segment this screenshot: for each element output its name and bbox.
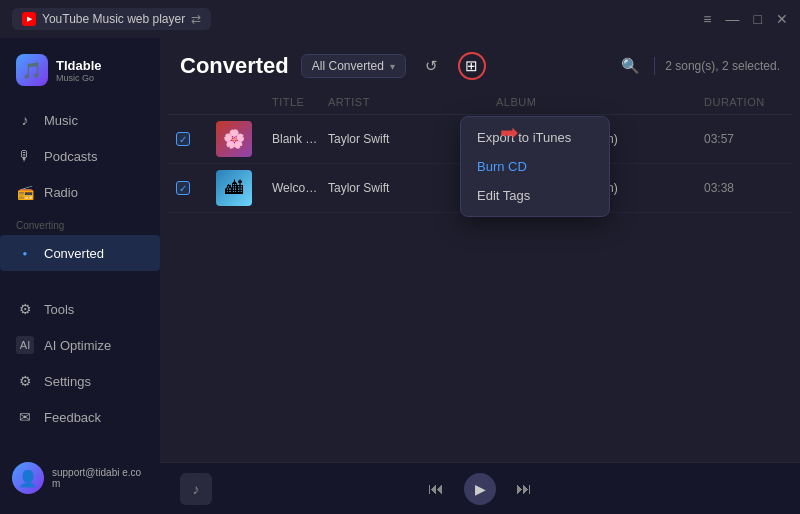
row-checkbox-2[interactable] <box>176 181 190 195</box>
export-itunes-label: Export to iTunes <box>477 130 571 145</box>
sidebar-nav: ♪ Music 🎙 Podcasts 📻 Radio Converting ● … <box>0 102 160 442</box>
menu-icon[interactable]: ≡ <box>703 11 711 27</box>
content-area: Converted All Converted ▾ ↺ ⊞ 🔍 2 song(s… <box>160 38 800 514</box>
converted-icon: ● <box>16 244 34 262</box>
sidebar-item-settings-label: Settings <box>44 374 91 389</box>
grid-options-button[interactable]: ⊞ <box>458 52 486 80</box>
burn-cd-label: Burn CD <box>477 159 527 174</box>
window-controls: ≡ — □ ✕ <box>703 11 788 27</box>
youtube-icon <box>22 12 36 26</box>
settings-icon: ⚙ <box>16 372 34 390</box>
user-account[interactable]: 👤 support@tidabi e.com <box>0 454 160 502</box>
burn-cd-item[interactable]: Burn CD <box>461 152 609 181</box>
track-duration-2: 03:38 <box>704 181 784 195</box>
col-album: ALBUM <box>496 96 696 108</box>
refresh-button[interactable]: ↺ <box>418 52 446 80</box>
minimize-icon[interactable]: — <box>726 11 740 27</box>
header-divider <box>654 57 655 75</box>
track-duration-1: 03:57 <box>704 132 784 146</box>
music-note-icon: ♪ <box>180 473 212 505</box>
app-logo: 🎵 TIdable Music Go <box>0 50 160 102</box>
col-artist: ARTIST <box>328 96 488 108</box>
arrow-indicator: ➡ <box>500 120 518 146</box>
sidebar: 🎵 TIdable Music Go ♪ Music 🎙 Podcasts 📻 … <box>0 38 160 514</box>
next-button[interactable]: ⏭ <box>516 480 532 498</box>
export-itunes-item[interactable]: Export to iTunes <box>461 123 609 152</box>
tab-label: YouTube Music web player <box>42 12 185 26</box>
play-button[interactable]: ▶ <box>464 473 496 505</box>
tab-settings-icon[interactable]: ⇄ <box>191 12 201 26</box>
chevron-down-icon: ▾ <box>390 61 395 72</box>
tools-icon: ⚙ <box>16 300 34 318</box>
sidebar-item-podcasts[interactable]: 🎙 Podcasts <box>0 138 160 174</box>
sidebar-item-tools[interactable]: ⚙ Tools <box>0 291 160 327</box>
song-count: 2 song(s), 2 selected. <box>665 59 780 73</box>
radio-icon: 📻 <box>16 183 34 201</box>
ai-icon: AI <box>16 336 34 354</box>
filter-label: All Converted <box>312 59 384 73</box>
sidebar-item-converted-label: Converted <box>44 246 104 261</box>
browser-tab[interactable]: YouTube Music web player ⇄ <box>12 8 211 30</box>
track-title-1: Blank Space (Taylor's Version) <box>272 132 320 146</box>
album-art-1: 🌸 <box>216 121 252 157</box>
page-title: Converted <box>180 53 289 79</box>
sidebar-item-ai-optimize[interactable]: AI AI Optimize <box>0 327 160 363</box>
sidebar-bottom: 👤 support@tidabi e.com <box>0 442 160 514</box>
feedback-icon: ✉ <box>16 408 34 426</box>
sidebar-item-music-label: Music <box>44 113 78 128</box>
podcasts-icon: 🎙 <box>16 147 34 165</box>
maximize-icon[interactable]: □ <box>754 11 762 27</box>
album-art-2: 🏙 <box>216 170 252 206</box>
title-bar-left: YouTube Music web player ⇄ <box>12 8 211 30</box>
close-icon[interactable]: ✕ <box>776 11 788 27</box>
col-duration: DURATION <box>704 96 784 108</box>
row-checkbox-1[interactable] <box>176 132 190 146</box>
player-controls: ⏮ ▶ ⏭ <box>428 473 532 505</box>
converting-section-label: Converting <box>0 210 160 235</box>
sidebar-item-podcasts-label: Podcasts <box>44 149 97 164</box>
player-bar: ♪ ⏮ ▶ ⏭ <box>160 462 800 514</box>
edit-tags-label: Edit Tags <box>477 188 530 203</box>
sidebar-item-tools-label: Tools <box>44 302 74 317</box>
user-avatar: 👤 <box>12 462 44 494</box>
content-header: Converted All Converted ▾ ↺ ⊞ 🔍 2 song(s… <box>160 38 800 90</box>
prev-button[interactable]: ⏮ <box>428 480 444 498</box>
sidebar-item-feedback-label: Feedback <box>44 410 101 425</box>
sidebar-item-settings[interactable]: ⚙ Settings <box>0 363 160 399</box>
sidebar-item-ai-label: AI Optimize <box>44 338 111 353</box>
search-button[interactable]: 🔍 <box>616 52 644 80</box>
edit-tags-item[interactable]: Edit Tags <box>461 181 609 210</box>
filter-dropdown[interactable]: All Converted ▾ <box>301 54 406 78</box>
user-email: support@tidabi e.com <box>52 467 148 489</box>
sidebar-item-radio-label: Radio <box>44 185 78 200</box>
app-name: TIdable <box>56 58 102 73</box>
sidebar-item-music[interactable]: ♪ Music <box>0 102 160 138</box>
title-bar: YouTube Music web player ⇄ ≡ — □ ✕ <box>0 0 800 38</box>
music-icon: ♪ <box>16 111 34 129</box>
sidebar-item-radio[interactable]: 📻 Radio <box>0 174 160 210</box>
app-sub: Music Go <box>56 73 102 83</box>
track-title-2: Welcome To New York (Taylor'... <box>272 181 320 195</box>
table-header: TITLE ARTIST ALBUM DURATION <box>168 90 792 115</box>
options-dropdown-menu: Export to iTunes Burn CD Edit Tags <box>460 116 610 217</box>
sidebar-item-feedback[interactable]: ✉ Feedback <box>0 399 160 435</box>
col-title: TITLE <box>272 96 320 108</box>
logo-icon: 🎵 <box>16 54 48 86</box>
sidebar-item-converted[interactable]: ● Converted <box>0 235 160 271</box>
main-layout: 🎵 TIdable Music Go ♪ Music 🎙 Podcasts 📻 … <box>0 38 800 514</box>
